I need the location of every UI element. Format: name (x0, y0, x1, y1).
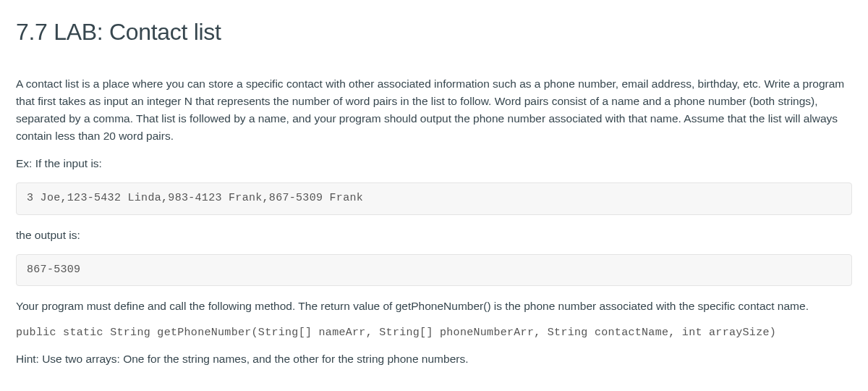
example-output-code: 867-5309 (16, 254, 852, 287)
example-input-code: 3 Joe,123-5432 Linda,983-4123 Frank,867-… (16, 182, 852, 215)
page-title: 7.7 LAB: Contact list (16, 14, 852, 49)
example-input-label: Ex: If the input is: (16, 155, 852, 172)
method-paragraph: Your program must define and call the fo… (16, 298, 852, 315)
hint-paragraph: Hint: Use two arrays: One for the string… (16, 350, 852, 368)
example-output-label: the output is: (16, 227, 852, 244)
method-signature: public static String getPhoneNumber(Stri… (16, 325, 852, 342)
intro-paragraph: A contact list is a place where you can … (16, 75, 852, 145)
